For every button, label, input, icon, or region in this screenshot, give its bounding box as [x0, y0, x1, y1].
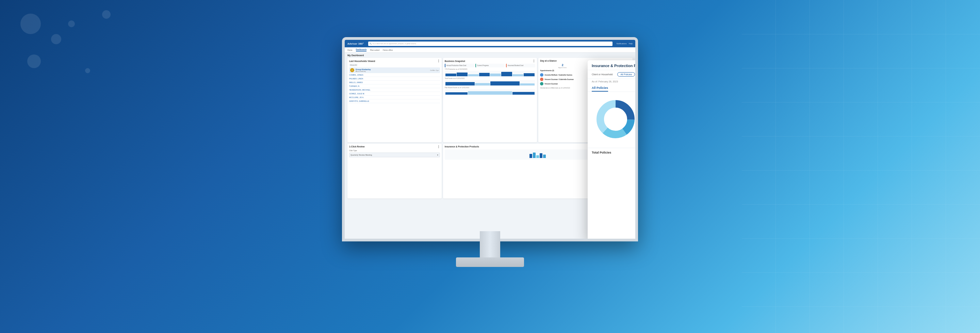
- monitor-stand-neck: [480, 231, 500, 258]
- household-row-3[interactable]: TURNER, R.: [349, 84, 440, 88]
- business-snapshot-header: Business Snapshot: [445, 60, 536, 62]
- fp-filter-row: Client or Household All Policies Pending…: [588, 70, 638, 79]
- household-name-4: HENDERSON, MICHAEL: [349, 89, 371, 91]
- household-name-6: MCCLURE, JO A.: [349, 96, 364, 99]
- plan-based-chart: [445, 89, 536, 96]
- household-name-selected: Group Kimberley: [356, 69, 371, 70]
- one-click-review-title: 1-Click Review: [349, 145, 365, 148]
- last-households-title: Last Households Viewed: [349, 60, 375, 62]
- household-name-2: WELLS, JAMES: [349, 81, 363, 83]
- navbar-search[interactable]: 🔍 Try a client here (for an appointment,…: [368, 41, 612, 46]
- navbar-help[interactable]: Help: [629, 43, 633, 45]
- monitor-stand-base: [456, 257, 524, 267]
- last-households-card: Last Households Viewed Show All F: [347, 58, 442, 142]
- navbar-links: Notifications Help: [617, 43, 633, 45]
- household-row-5[interactable]: GOMEZ, JULIE M.: [349, 92, 440, 96]
- one-click-review-card: 1-Click Review Click Type Quarterly Revi…: [347, 144, 442, 199]
- monitor: Advisor 360° 🔍 Try a client here (for an…: [303, 37, 677, 286]
- navbar-notifications[interactable]: Notifications: [617, 43, 627, 45]
- household-name-7: GRIFFITH, GABRIELLE: [349, 100, 369, 102]
- business-snapshot-card: Business Snapshot Annual Production Rate…: [443, 58, 537, 142]
- monitor-screen: Advisor 360° 🔍 Try a client here (for an…: [342, 37, 638, 241]
- business-snapshot-menu[interactable]: [533, 60, 535, 62]
- filter-all-policies-btn[interactable]: All Policies: [617, 72, 635, 76]
- donut-center: [606, 110, 625, 129]
- last-households-header: Last Households Viewed: [349, 60, 440, 62]
- filter-all-btn[interactable]: Show All: [349, 64, 358, 66]
- appointments-label: Appointments: [540, 67, 585, 69]
- fp-header: Insurance & Protection Products: [588, 60, 638, 70]
- day-at-glance-title: Day at a Glance: [540, 60, 556, 62]
- one-click-review-header: 1-Click Review: [349, 145, 440, 148]
- household-name-5: GOMEZ, JULIE M.: [349, 92, 365, 95]
- fp-total-label: Total Policies: [592, 151, 611, 154]
- snapshot-metrics-row: Annual Production Rate Goal Current Prog…: [445, 64, 536, 67]
- scene: Advisor 360° 🔍 Try a client here (for an…: [0, 0, 980, 333]
- household-name-1: PALMER, LINDA: [349, 78, 363, 80]
- filter-pending-policies-btn[interactable]: Pending Policies (32): [636, 72, 638, 76]
- fp-title: Insurance & Protection Products: [592, 64, 638, 68]
- client-avatar-1: [540, 78, 543, 81]
- client-avatar-0: [540, 73, 543, 76]
- household-row-6[interactable]: MCCLURE, JO A.: [349, 96, 440, 99]
- fp-tabs: All Policies: [588, 84, 638, 92]
- subnav-dashboards[interactable]: Dashboards: [356, 48, 367, 51]
- metric-annual-label: Annual Production Rate Goal: [447, 65, 473, 66]
- household-avatar-selected: F: [350, 68, 354, 72]
- client-avatar-2: [540, 82, 543, 86]
- household-row-7[interactable]: GRIFFITH, GABRIELLE: [349, 99, 440, 103]
- navbar: Advisor 360° 🔍 Try a client here (for an…: [345, 40, 635, 47]
- donut-chart: [592, 96, 638, 143]
- subnav: Home Dashboards Plan-suited Home office: [345, 47, 635, 53]
- last-households-menu[interactable]: [437, 60, 440, 62]
- household-row-1[interactable]: PALMER, LINDA: [349, 77, 440, 81]
- metric-progress-label: Current Progress: [477, 65, 504, 66]
- household-filter: Show All: [349, 64, 440, 66]
- review-select[interactable]: Quarterly Review Meeting ▼: [349, 153, 440, 157]
- search-placeholder: Try a client here (for an appointment, p…: [372, 43, 416, 45]
- chevron-down-icon: ▼: [437, 154, 439, 156]
- metric-booked: Assumed Booked Goal: [506, 64, 535, 67]
- metric-annual: Annual Production Rate Goal: [445, 64, 474, 67]
- fp-date: As of: February 28, 2023: [588, 79, 638, 84]
- plan-based-label: Plan-Based Assets as of 12/31/2022: [445, 87, 536, 89]
- fp-total-row: Total Policies 55: [588, 148, 638, 157]
- page-title: My Dashboard: [345, 53, 635, 58]
- total-assets-chart: [445, 80, 536, 86]
- household-row-2[interactable]: WELLS, JAMES: [349, 81, 440, 84]
- fp-filter-label: Client or Household: [592, 73, 612, 76]
- insurance-bottom-title: Insurance & Protection Products: [445, 145, 479, 148]
- household-row-0[interactable]: COMBS, JONES: [349, 73, 440, 77]
- household-row-4[interactable]: HENDERSON, MICHAEL: [349, 88, 440, 92]
- floating-insurance-panel: Insurance & Protection Products Client o…: [588, 60, 638, 241]
- subnav-home-office[interactable]: Home office: [383, 49, 393, 51]
- appointments-count: 2: [540, 63, 585, 67]
- one-click-review-menu[interactable]: [437, 145, 440, 148]
- review-select-value: Quarterly Review Meeting: [350, 154, 372, 156]
- ytd-label: YTD Production as of 01/04/2023: [445, 69, 536, 70]
- metric-progress: Current Progress: [476, 64, 504, 67]
- household-date-selected: Marco Kimberley: [356, 70, 371, 72]
- call-after-type: Call After Type: [430, 70, 439, 71]
- donut-chart-container: [592, 96, 638, 144]
- fp-content: Life Insurance 14 Disability Insurance 8…: [588, 92, 638, 148]
- glance-appointments: 2 Appointments: [540, 63, 585, 69]
- navbar-logo: Advisor 360°: [347, 43, 364, 45]
- household-name-3: TURNER, R.: [349, 85, 360, 87]
- tab-all-policies[interactable]: All Policies: [592, 86, 608, 92]
- click-type-label: Click Type: [349, 150, 440, 151]
- household-selected[interactable]: F Group Kimberley Marco Kimberley Call A…: [349, 67, 440, 73]
- ytd-bar-chart: [445, 71, 536, 77]
- household-name-0: COMBS, JONES: [349, 74, 363, 76]
- metric-booked-label: Assumed Booked Goal: [508, 65, 534, 66]
- business-snapshot-title: Business Snapshot: [445, 60, 465, 62]
- total-assets-label: Total Assets as of 12/31/2022: [445, 78, 536, 79]
- subnav-home[interactable]: Home: [347, 49, 353, 51]
- subnav-plan-suited[interactable]: Plan-suited: [370, 49, 379, 51]
